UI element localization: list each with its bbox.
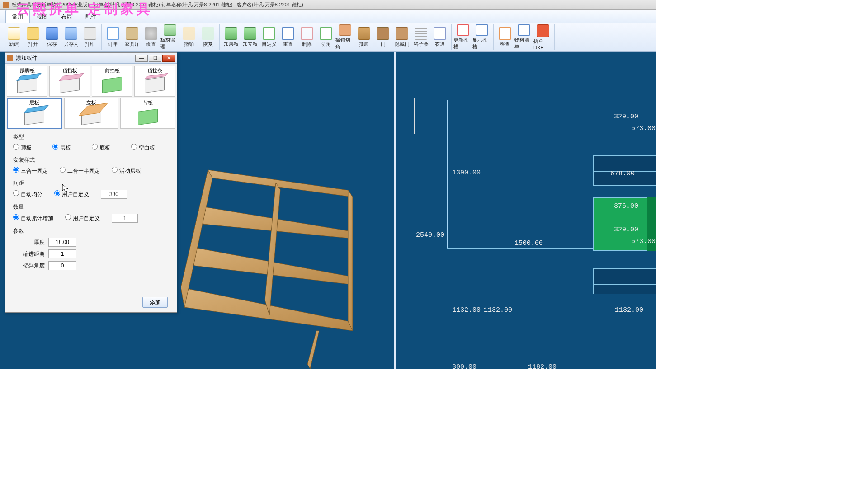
print-button[interactable]: 打印 bbox=[80, 24, 99, 50]
dxf-button[interactable]: 拆单DXF bbox=[533, 24, 552, 50]
tab-common[interactable]: 常用 bbox=[5, 10, 30, 23]
grid-button[interactable]: 格子架 bbox=[411, 24, 430, 50]
maximize-button[interactable]: ☐ bbox=[149, 55, 161, 62]
radio-count-auto[interactable]: 自动累计增加 bbox=[13, 214, 53, 222]
section-type-label: 类型 bbox=[13, 133, 169, 141]
gap-input[interactable] bbox=[101, 190, 127, 199]
elevation-panel bbox=[593, 105, 656, 369]
dim-label: 1182.00 bbox=[528, 363, 557, 369]
radio-gap-custom[interactable]: 用户自定义 bbox=[54, 190, 89, 198]
dim-label: 1132.00 bbox=[615, 306, 643, 314]
toolbar: 新建 打开 保存 另存为 打印 订单 家具库 设置 板材管理 撤销 恢复 加层板… bbox=[0, 23, 656, 52]
new-icon bbox=[8, 27, 20, 40]
custom-button[interactable]: 自定义 bbox=[259, 24, 278, 50]
yitong-button[interactable]: 衣通 bbox=[430, 24, 449, 50]
card-kickboard[interactable]: 踢脚板 bbox=[7, 66, 47, 97]
tab-parts[interactable]: 配件 bbox=[79, 10, 103, 23]
dim-label: 1390.00 bbox=[452, 169, 481, 177]
redo-button[interactable]: 恢复 bbox=[198, 24, 217, 50]
open-icon bbox=[27, 27, 39, 40]
hdoor-icon bbox=[396, 27, 408, 40]
angle-label: 倾斜角度 bbox=[22, 262, 48, 270]
add-board-dialog: 添加板件 — ☐ ✕ 踢脚板 顶挡板 前挡板 顶拉条 层板 立板 背板 类型 顶… bbox=[5, 52, 177, 313]
radio-type-shelf[interactable]: 层板 bbox=[52, 144, 71, 152]
board-icon bbox=[164, 24, 176, 36]
reset-button[interactable]: 重置 bbox=[278, 24, 297, 50]
drawer-button[interactable]: 抽屉 bbox=[354, 24, 373, 50]
board-mgmt-button[interactable]: 板材管理 bbox=[160, 24, 179, 50]
hidden-door-button[interactable]: 隐藏门 bbox=[392, 24, 411, 50]
card-back[interactable]: 背板 bbox=[120, 98, 175, 129]
count-input[interactable] bbox=[112, 214, 138, 223]
thickness-input[interactable] bbox=[48, 238, 76, 247]
split-divider[interactable] bbox=[394, 52, 396, 369]
radio-type-bottom[interactable]: 底板 bbox=[92, 144, 110, 152]
tab-view[interactable]: 视图 bbox=[30, 10, 54, 23]
dim-label: 1132.00 bbox=[484, 306, 512, 314]
uncut-icon bbox=[339, 24, 351, 36]
furniture-3d-model bbox=[181, 116, 362, 369]
card-front-baffle[interactable]: 前挡板 bbox=[92, 66, 132, 97]
radio-type-top[interactable]: 顶板 bbox=[13, 144, 32, 152]
dim-label: 573.00 bbox=[631, 125, 656, 132]
custom-icon bbox=[263, 27, 275, 40]
undo-button[interactable]: 撤销 bbox=[179, 24, 198, 50]
dim-label: 1132.00 bbox=[452, 306, 481, 314]
radio-gap-auto[interactable]: 自动均分 bbox=[13, 190, 42, 198]
radio-count-custom[interactable]: 用户自定义 bbox=[65, 214, 100, 222]
order-button[interactable]: 订单 bbox=[104, 24, 123, 50]
material-list-button[interactable]: 物料清单 bbox=[514, 24, 533, 50]
radio-install-2in1[interactable]: 二合一半固定 bbox=[60, 167, 100, 175]
minimize-button[interactable]: — bbox=[135, 55, 148, 62]
dim-label: 573.00 bbox=[631, 238, 656, 245]
card-shelf[interactable]: 层板 bbox=[7, 98, 62, 129]
grid-icon bbox=[415, 27, 427, 40]
radio-type-blank[interactable]: 空白板 bbox=[131, 144, 155, 152]
section-install-label: 安装样式 bbox=[13, 156, 169, 164]
card-top-strip[interactable]: 顶拉条 bbox=[134, 66, 175, 97]
undo-icon bbox=[183, 27, 195, 40]
dialog-titlebar[interactable]: 添加板件 — ☐ ✕ bbox=[5, 53, 177, 64]
radio-install-3in1[interactable]: 三合一固定 bbox=[13, 167, 48, 175]
redo-icon bbox=[202, 27, 214, 40]
angle-input[interactable] bbox=[48, 261, 76, 270]
save-button[interactable]: 保存 bbox=[42, 24, 61, 50]
svg-marker-4 bbox=[181, 170, 212, 307]
cut-button[interactable]: 切角 bbox=[316, 24, 335, 50]
uncut-button[interactable]: 撤销切角 bbox=[335, 24, 354, 50]
yitong-icon bbox=[434, 27, 446, 40]
saveas-button[interactable]: 另存为 bbox=[61, 24, 80, 50]
dim-label: 376.00 bbox=[614, 202, 638, 210]
new-button[interactable]: 新建 bbox=[5, 24, 24, 50]
saveas-icon bbox=[65, 27, 77, 40]
reset-icon bbox=[282, 27, 294, 40]
show-holes-button[interactable]: 显示孔槽 bbox=[472, 24, 491, 50]
door-button[interactable]: 门 bbox=[373, 24, 392, 50]
refresh-icon bbox=[457, 24, 469, 36]
card-top-baffle[interactable]: 顶挡板 bbox=[49, 66, 90, 97]
drawer-icon bbox=[358, 27, 370, 40]
check-button[interactable]: 检查 bbox=[495, 24, 514, 50]
dxf-icon bbox=[537, 24, 549, 37]
indent-input[interactable] bbox=[48, 249, 76, 258]
settings-button[interactable]: 设置 bbox=[142, 24, 160, 50]
show-icon bbox=[476, 24, 488, 36]
library-button[interactable]: 家具库 bbox=[123, 24, 142, 50]
cut-icon bbox=[320, 27, 332, 40]
refresh-holes-button[interactable]: 更新孔槽 bbox=[453, 24, 472, 50]
add-hboard-button[interactable]: 加层板 bbox=[222, 24, 241, 50]
add-h-icon bbox=[225, 27, 237, 40]
close-button[interactable]: ✕ bbox=[162, 55, 175, 62]
dim-label: 300.00 bbox=[452, 363, 476, 369]
tab-layout[interactable]: 布局 bbox=[54, 10, 79, 23]
section-param-label: 参数 bbox=[13, 227, 169, 235]
delete-icon bbox=[301, 27, 313, 40]
card-vertical[interactable]: 立板 bbox=[64, 98, 119, 129]
thickness-label: 厚度 bbox=[22, 239, 48, 246]
library-icon bbox=[126, 27, 138, 40]
radio-install-movable[interactable]: 活动层板 bbox=[112, 167, 141, 175]
open-button[interactable]: 打开 bbox=[24, 24, 42, 50]
delete-button[interactable]: 删除 bbox=[297, 24, 316, 50]
add-button[interactable]: 添加 bbox=[142, 297, 168, 308]
add-vboard-button[interactable]: 加立板 bbox=[241, 24, 259, 50]
